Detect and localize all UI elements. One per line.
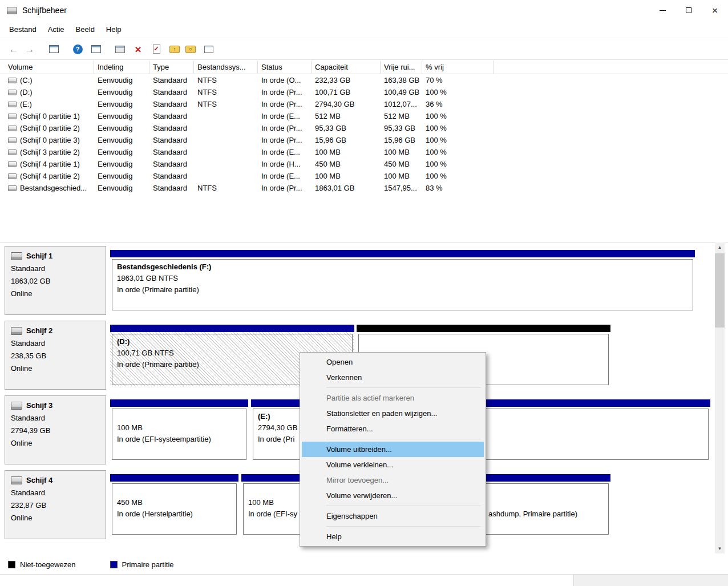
context-menu-item-openen[interactable]: Openen <box>302 354 484 370</box>
verify-button[interactable]: ✓ <box>148 42 164 56</box>
console-tree-button[interactable] <box>46 42 62 56</box>
back-button[interactable]: ← <box>6 42 22 56</box>
column-header-pct-vrij[interactable]: % vrij <box>422 60 494 74</box>
partition-status: In orde (Herstelpartitie) <box>117 510 193 518</box>
table-row[interactable]: Bestandsgeschied... Eenvoudig Standaard … <box>0 182 728 194</box>
list-icon <box>204 46 213 53</box>
disk-name: Schijf 4 <box>26 476 52 484</box>
context-menu-item-stationsletter-wijzigen[interactable]: Stationsletter en paden wijzigen... <box>302 406 484 421</box>
cell-capaciteit: 100 MB <box>312 172 381 180</box>
menu-item-beeld[interactable]: Beeld <box>70 22 100 37</box>
console-window-button[interactable] <box>112 42 128 56</box>
context-menu-item-volume-verwijderen[interactable]: Volume verwijderen... <box>302 488 484 503</box>
context-menu-item-eigenschappen[interactable]: Eigenschappen <box>302 508 484 524</box>
partition-efi-system[interactable]: 100 MB In orde (EFI-systeempartitie) <box>110 399 248 461</box>
export-button[interactable]: ↑ <box>167 42 183 56</box>
partition-f[interactable]: Bestandsgeschiedenis (F:) 1863,01 GB NTF… <box>110 250 695 312</box>
cell-type: Standaard <box>149 88 194 96</box>
primary-partition-band <box>110 250 695 257</box>
table-row[interactable]: (D:) Eenvoudig Standaard NTFS In orde (P… <box>0 86 728 98</box>
menu-item-help[interactable]: Help <box>100 22 127 37</box>
maximize-button[interactable] <box>676 0 702 21</box>
minimize-button[interactable] <box>649 0 676 21</box>
cell-pct-vrij: 36 % <box>422 100 494 108</box>
table-row[interactable]: (Schijf 4 partitie 2) Eenvoudig Standaar… <box>0 170 728 182</box>
cell-type: Standaard <box>149 148 194 156</box>
cell-vrije-ruimte: 100 MB <box>381 172 422 180</box>
menu-item-bestand[interactable]: Bestand <box>3 22 42 37</box>
disk-header-schijf-3[interactable]: Schijf 3 Standaard 2794,39 GB Online <box>5 395 106 464</box>
column-header-capaciteit[interactable]: Capaciteit <box>312 60 381 74</box>
volume-icon <box>8 138 17 143</box>
close-button[interactable]: × <box>702 0 728 21</box>
context-menu-item-formatteren[interactable]: Formatteren... <box>302 421 484 437</box>
disk-status: Online <box>11 289 106 298</box>
volume-icon <box>8 90 17 95</box>
column-header-bestandssysteem[interactable]: Bestandssys... <box>194 60 258 74</box>
legend-unallocated-swatch <box>8 561 15 568</box>
context-menu: Openen Verkennen Partitie als actief mar… <box>300 352 486 547</box>
cell-status: In orde (Pr... <box>258 124 312 132</box>
disk-icon <box>11 476 22 484</box>
table-icon <box>49 45 59 53</box>
details-view-button[interactable] <box>201 42 217 56</box>
table-row[interactable]: (C:) Eenvoudig Standaard NTFS In orde (O… <box>0 74 728 86</box>
folder-search-icon: ○ <box>185 46 196 53</box>
menu-item-actie[interactable]: Actie <box>42 22 70 37</box>
scroll-down-button[interactable]: ▼ <box>715 544 725 553</box>
context-menu-item-verkennen[interactable]: Verkennen <box>302 370 484 385</box>
cell-type: Standaard <box>149 160 194 168</box>
column-header-vrije-ruimte[interactable]: Vrije rui... <box>381 60 422 74</box>
scrollbar-thumb[interactable] <box>715 253 725 328</box>
cell-capaciteit: 2794,30 GB <box>312 100 381 108</box>
delete-button[interactable]: × <box>130 42 146 56</box>
cell-status: In orde (Pr... <box>258 184 312 192</box>
table-row[interactable]: (Schijf 0 partitie 1) Eenvoudig Standaar… <box>0 110 728 122</box>
disk-icon <box>11 327 22 335</box>
table-row[interactable]: (Schijf 0 partitie 2) Eenvoudig Standaar… <box>0 122 728 134</box>
context-menu-item-volume-uitbreiden[interactable]: Volume uitbreiden... <box>302 442 484 457</box>
context-menu-item-volume-verkleinen[interactable]: Volume verkleinen... <box>302 457 484 472</box>
explore-button[interactable]: ○ <box>183 42 199 56</box>
help-button[interactable]: ? <box>70 42 86 56</box>
volume-icon <box>8 173 17 179</box>
column-header-indeling[interactable]: Indeling <box>94 60 149 74</box>
partition-status: In orde (EFI-sy <box>248 510 297 518</box>
table-row[interactable]: (Schijf 3 partitie 2) Eenvoudig Standaar… <box>0 146 728 158</box>
column-header-volume[interactable]: Volume <box>5 60 94 74</box>
column-header-status[interactable]: Status <box>258 60 312 74</box>
cell-pct-vrij: 100 % <box>422 172 494 180</box>
partition-recovery[interactable]: 450 MB In orde (Herstelpartitie) <box>110 474 238 536</box>
unallocated-band <box>357 325 610 332</box>
table-row[interactable]: (E:) Eenvoudig Standaard NTFS In orde (P… <box>0 98 728 110</box>
disk-kind: Standaard <box>11 414 106 422</box>
minimize-icon <box>660 10 666 11</box>
table-row[interactable]: (Schijf 4 partitie 1) Eenvoudig Standaar… <box>0 158 728 170</box>
column-header-type[interactable]: Type <box>149 60 194 74</box>
volume-name: (Schijf 0 partitie 3) <box>20 136 80 144</box>
cell-indeling: Eenvoudig <box>94 100 149 108</box>
disk-size: 238,35 GB <box>11 351 106 360</box>
forward-icon: → <box>25 45 35 54</box>
disk-header-schijf-4[interactable]: Schijf 4 Standaard 232,87 GB Online <box>5 470 106 539</box>
properties-button[interactable] <box>88 42 104 56</box>
partition-title: (D:) <box>117 337 130 346</box>
volume-name: (E:) <box>20 100 32 108</box>
help-icon: ? <box>73 45 83 54</box>
context-menu-item-help[interactable]: Help <box>302 529 484 544</box>
disk-status: Online <box>11 439 106 447</box>
table-row[interactable]: (Schijf 0 partitie 3) Eenvoudig Standaar… <box>0 134 728 146</box>
cell-indeling: Eenvoudig <box>94 172 149 180</box>
scroll-up-button[interactable]: ▲ <box>715 243 725 252</box>
volume-list: Volume Indeling Type Bestandssys... Stat… <box>0 60 728 240</box>
disk-header-schijf-2[interactable]: Schijf 2 Standaard 238,35 GB Online <box>5 321 106 390</box>
menu-bar: Bestand Actie Beeld Help <box>0 21 728 38</box>
forward-button[interactable]: → <box>22 42 38 56</box>
volume-name: (Schijf 4 partitie 1) <box>20 160 80 168</box>
delete-icon: × <box>135 44 141 55</box>
disk-header-schijf-1[interactable]: Schijf 1 Standaard 1863,02 GB Online <box>5 246 106 315</box>
volume-name: (Schijf 0 partitie 2) <box>20 124 80 132</box>
vertical-scrollbar[interactable]: ▲ ▼ <box>715 243 725 553</box>
volume-name: (Schijf 0 partitie 1) <box>20 112 80 120</box>
cell-indeling: Eenvoudig <box>94 160 149 168</box>
